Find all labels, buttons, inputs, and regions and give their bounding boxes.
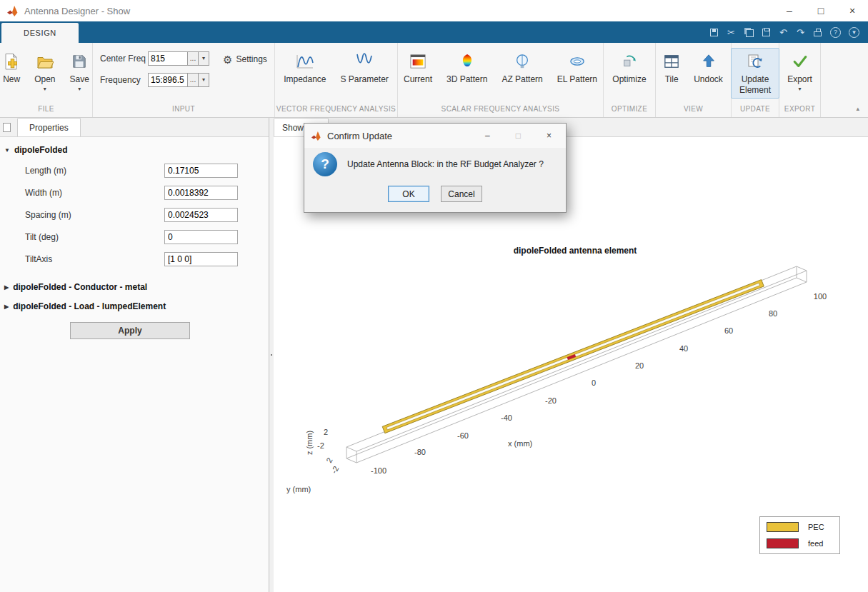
close-button[interactable]: × [837,0,868,21]
group-conductor-label: dipoleFolded - Conductor - metal [13,282,147,292]
plot-legend: PEC feed [759,516,840,554]
print-icon[interactable] [813,26,822,38]
toolbar-options-icon[interactable]: ▾ [849,27,859,38]
section-update: Update Element UPDATE [732,43,779,117]
x-tick: 100 [814,292,827,301]
width-input[interactable] [164,186,238,200]
pec-swatch [767,522,799,532]
frequency-input[interactable] [148,73,188,87]
z-axis-ticks: 2 -2 [317,428,328,450]
el-pattern-button[interactable]: EL Pattern [552,48,603,87]
tiltaxis-input[interactable] [164,252,238,266]
impedance-label: Impedance [284,74,326,84]
group-conductor[interactable]: ▶ dipoleFolded - Conductor - metal [4,282,261,292]
group-dipolefolded[interactable]: ▼ dipoleFolded [4,145,261,155]
open-button[interactable]: Open ▾ [29,48,61,95]
group-dipolefolded-label: dipoleFolded [14,145,68,155]
tile-windows-icon [664,51,679,72]
x-tick: 40 [679,344,688,353]
section-file: New Open ▾ [0,43,93,117]
export-button[interactable]: Export ▾ [782,48,818,95]
cut-icon[interactable]: ✂ [727,26,736,38]
copy-icon[interactable] [744,26,754,38]
settings-button[interactable]: ⚙ Settings [223,52,267,66]
ribbon-tab-band: DESIGN ✂ ↶ ↷ ? ▾ [0,21,868,43]
dialog-maximize-button: □ [516,131,521,141]
paste-icon[interactable] [762,26,771,38]
undock-button[interactable]: Undock [688,48,729,87]
save-icon[interactable] [709,26,719,38]
ok-button[interactable]: OK [388,186,429,202]
spacing-label: Spacing (m) [25,210,164,220]
chevron-down-icon: ▾ [78,86,81,92]
frequency-dropdown[interactable]: ▾ [199,73,209,87]
chevron-down-icon: ▾ [798,86,801,92]
length-input[interactable] [164,164,238,178]
pattern-3d-button[interactable]: 3D Pattern [441,48,493,87]
tile-button[interactable]: Tile [658,48,685,87]
redo-icon[interactable]: ↷ [796,26,805,38]
matlab-logo-icon [6,5,19,17]
toolstrip-spacer: ▴ [821,43,868,117]
collapsed-triangle-icon: ▶ [4,303,9,310]
titlebar: Antenna Designer - Show – □ × [0,0,868,21]
pec-legend-label: PEC [808,523,824,531]
tilt-input[interactable] [164,230,238,244]
section-scalar-analysis: Current 3D Pattern [398,43,604,117]
undo-icon[interactable]: ↶ [779,26,788,38]
tab-design[interactable]: DESIGN [1,23,79,43]
undock-label: Undock [694,74,723,84]
new-button[interactable]: New [0,48,26,87]
length-label: Length (m) [25,166,164,176]
tab-properties[interactable]: Properties [17,118,81,136]
center-freq-input[interactable] [148,51,188,66]
settings-label: Settings [236,54,266,64]
current-button[interactable]: Current [398,48,438,87]
section-label-optimize: OPTIMIZE [604,105,655,117]
center-freq-label: Center Freq [100,54,148,64]
x-axis-ticks: -100 -80 -60 -40 -20 0 20 40 60 80 100 [371,292,827,475]
center-freq-browse-button[interactable]: ... [188,51,199,66]
pattern-3d-label: 3D Pattern [447,74,487,84]
x-tick: 80 [769,309,777,318]
dialog-close-button[interactable]: × [547,131,552,141]
help-icon[interactable]: ? [830,27,841,38]
legend-row-pec: PEC [767,522,833,532]
minimize-button[interactable]: – [774,0,805,21]
impedance-button[interactable]: Impedance [278,48,331,87]
y-tick: -2 [329,465,340,475]
tile-label: Tile [665,74,679,84]
group-load[interactable]: ▶ dipoleFolded - Load - lumpedElement [4,301,261,311]
section-label-view: VIEW [656,105,731,117]
section-label-export: EXPORT [779,105,820,117]
el-pattern-label: EL Pattern [557,74,597,84]
x-tick: -40 [501,413,512,422]
panel-document-icon [3,123,11,132]
cancel-button[interactable]: Cancel [441,186,482,202]
az-pattern-button[interactable]: AZ Pattern [496,48,548,87]
s-parameter-plot-icon [355,51,374,72]
save-button[interactable]: Save ▾ [64,48,95,95]
x-tick: -80 [414,448,426,456]
dialog-title: Confirm Update [327,131,392,141]
optimize-button[interactable]: Optimize [607,48,652,87]
dialog-minimize-button[interactable]: – [485,131,490,141]
show-tab-label: Show [282,123,304,133]
section-label-scalar: SCALAR FREQUENCY ANALYSIS [398,105,603,117]
center-freq-dropdown[interactable]: ▾ [199,51,209,66]
apply-button[interactable]: Apply [70,322,190,339]
section-vector-analysis: Impedance S Parameter VECTOR FREQUENCY A… [275,43,398,117]
dialog-titlebar[interactable]: Confirm Update – □ × [304,124,566,148]
maximize-button[interactable]: □ [805,0,837,21]
z-axis-label: z (mm) [305,431,314,455]
z-tick: -2 [317,441,324,450]
pattern-3d-icon [459,51,475,72]
properties-tab-label: Properties [29,123,69,133]
collapse-toolstrip-icon[interactable]: ▴ [856,105,859,112]
update-element-button[interactable]: Update Element [731,48,779,99]
s-parameter-button[interactable]: S Parameter [335,48,394,87]
frequency-browse-button[interactable]: ... [188,73,199,87]
x-tick: -20 [545,396,557,405]
y-axis-ticks: 2 -2 [324,456,340,475]
spacing-input[interactable] [164,208,238,222]
